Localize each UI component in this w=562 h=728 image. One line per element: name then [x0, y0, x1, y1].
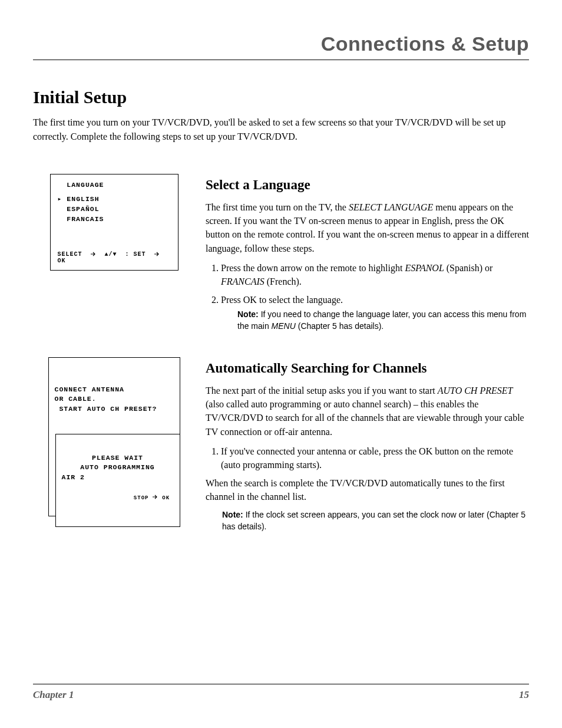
header-rule — [33, 60, 529, 60]
arrow-right-icon — [154, 252, 160, 256]
language-paragraph: The first time you turn on the TV, the S… — [206, 200, 529, 255]
osd-language-screen: LANGUAGE ▸ ENGLISH ESPAÑOL FRANCAIS SELE… — [50, 174, 178, 271]
osd-title: LANGUAGE — [58, 180, 171, 190]
language-step-2: Press OK to select the language. Note: I… — [221, 293, 529, 332]
osd-item-english: ▸ ENGLISH — [58, 195, 171, 205]
osd-footer: SELECT ▲/▼ : SET OK — [58, 251, 171, 264]
chapter-label: Chapter 1 — [33, 689, 74, 701]
page-number: 15 — [519, 689, 529, 701]
language-text-column: Select a Language The first time you tur… — [206, 174, 529, 337]
pointer-icon: ▸ — [58, 195, 62, 203]
osd-channels-wrap: CONNECT ANTENNA OR CABLE. START AUTO CH … — [48, 357, 180, 516]
heading-auto-search: Automatically Searching for Channels — [206, 358, 529, 378]
channels-step-1: If you've connected your antenna or cabl… — [221, 444, 529, 472]
arrow-down-icon: ▼ — [113, 251, 117, 258]
footer-rule — [33, 684, 529, 684]
intro-text: The first time you turn on your TV/VCR/D… — [33, 116, 529, 143]
osd-language-column: LANGUAGE ▸ ENGLISH ESPAÑOL FRANCAIS SELE… — [33, 174, 195, 271]
arrow-right-icon — [153, 495, 158, 499]
section-header: Connections & Setup — [33, 33, 529, 55]
osd-auto-programming: PLEASE WAIT AUTO PROGRAMMING AIR 2 STOP … — [55, 434, 180, 527]
section-channels: CONNECT ANTENNA OR CABLE. START AUTO CH … — [33, 357, 529, 533]
channels-note: Note: If the clock set screen appears, y… — [206, 509, 529, 532]
osd-footer: STOP OK — [62, 495, 174, 501]
language-note: Note: If you need to change the language… — [221, 309, 529, 332]
osd-line: AIR 2 — [62, 473, 174, 483]
channels-steps: If you've connected your antenna or cabl… — [206, 444, 529, 472]
page-footer: Chapter 1 15 — [33, 684, 529, 701]
osd-item-francais: FRANCAIS — [58, 215, 171, 225]
page-title: Initial Setup — [33, 87, 529, 107]
arrow-up-icon: ▲ — [105, 251, 109, 258]
heading-select-language: Select a Language — [206, 175, 529, 195]
language-steps: Press the down arrow on the remote to hi… — [206, 261, 529, 332]
osd-line: START AUTO CH PRESET? — [55, 404, 174, 414]
osd-line: AUTO PROGRAMMING — [62, 463, 174, 473]
arrow-right-icon — [91, 252, 97, 256]
channels-paragraph-2: When the search is complete the TV/VCR/D… — [206, 476, 529, 503]
osd-channels-column: CONNECT ANTENNA OR CABLE. START AUTO CH … — [33, 357, 195, 516]
language-step-1: Press the down arrow on the remote to hi… — [221, 261, 529, 288]
channels-text-column: Automatically Searching for Channels The… — [206, 357, 529, 533]
channels-paragraph-1: The next part of the initial setup asks … — [206, 384, 529, 439]
manual-page: Connections & Setup Initial Setup The fi… — [0, 0, 562, 728]
osd-line: OR CABLE. — [55, 394, 174, 404]
section-language: LANGUAGE ▸ ENGLISH ESPAÑOL FRANCAIS SELE… — [33, 174, 529, 337]
osd-line: CONNECT ANTENNA — [55, 385, 174, 395]
osd-line: PLEASE WAIT — [62, 453, 174, 463]
osd-item-espanol: ESPAÑOL — [58, 205, 171, 215]
